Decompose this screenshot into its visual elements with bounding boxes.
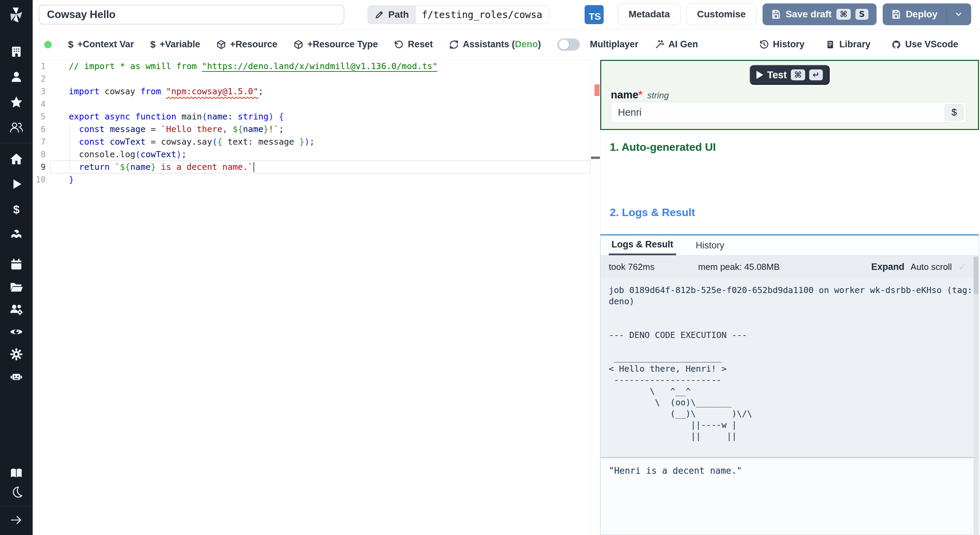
tab-history[interactable]: History	[693, 236, 727, 255]
ai-gen-button[interactable]: AI Gen	[655, 39, 698, 50]
add-resource-label: +Resource	[230, 39, 277, 50]
settings-gear-icon[interactable]	[5, 346, 27, 363]
code-line[interactable]: 8 console.log(cowText);	[33, 148, 590, 161]
line-number: 4	[33, 99, 50, 109]
audit-eye-icon[interactable]	[5, 324, 27, 340]
auto-scroll-checkmark-icon[interactable]: ✓	[958, 260, 967, 273]
save-draft-button[interactable]: Save draft ⌘ S	[762, 3, 877, 25]
save-icon	[891, 9, 901, 19]
add-variable-button[interactable]: $ +Variable	[150, 39, 200, 50]
code-token	[105, 137, 110, 146]
favorites-star-icon[interactable]	[5, 94, 27, 110]
code-text[interactable]: // import * as wmill from "https://deno.…	[50, 60, 590, 73]
windmill-logo[interactable]	[0, 0, 33, 30]
code-editor[interactable]: 1// import * as wmill from "https://deno…	[33, 60, 600, 535]
run-duration: took 762ms	[609, 262, 654, 272]
line-number: 1	[33, 62, 50, 71]
save-draft-label: Save draft	[786, 9, 832, 20]
use-vscode-button[interactable]: Use VScode	[891, 39, 958, 50]
insert-variable-button[interactable]: $	[945, 104, 964, 121]
workspace-icon[interactable]	[5, 43, 27, 60]
topbar-actions: Metadata Customise Save draft ⌘ S Deploy	[618, 3, 971, 25]
code-text[interactable]: import cowsay from "npm:cowsay@1.5.0";	[50, 85, 590, 98]
schedules-calendar-icon[interactable]	[5, 256, 27, 272]
code-text[interactable]: console.log(cowText);	[50, 148, 590, 161]
code-line[interactable]: 1// import * as wmill from "https://deno…	[33, 60, 590, 73]
groups-admin-icon[interactable]	[5, 301, 27, 317]
logs-scrollbar[interactable]	[974, 256, 978, 534]
multiplayer-label[interactable]: Multiplayer	[590, 39, 639, 50]
kbd-s: S	[856, 9, 868, 20]
error-marker	[595, 84, 600, 96]
code-text[interactable]: export async function main(name: string)…	[50, 110, 590, 123]
resources-cubes-icon[interactable]	[5, 226, 27, 243]
docs-book-icon[interactable]	[5, 465, 27, 482]
add-resource-type-button[interactable]: +Resource Type	[294, 39, 378, 50]
deploy-button[interactable]: Deploy	[883, 3, 971, 25]
code-line[interactable]: 7 const cowText = cowsay.say({ text: mes…	[33, 135, 590, 148]
code-text[interactable]: }	[50, 173, 590, 186]
expand-button[interactable]: Expand	[871, 262, 904, 272]
expand-sidebar-arrow-icon[interactable]	[5, 512, 27, 528]
code-line[interactable]: 9 return `${name} is a decent name.`	[33, 161, 590, 173]
code-line[interactable]: 5export async function main(name: string…	[33, 110, 590, 123]
tab-logs-result[interactable]: Logs & Result	[609, 236, 676, 255]
code-line[interactable]: 6 const message = `Hello there, ${name}!…	[33, 123, 590, 135]
auto-generated-ui-heading: 1. Auto-generated UI	[610, 141, 716, 153]
package-icon	[216, 40, 226, 49]
rotate-ccw-icon	[394, 40, 404, 49]
code-text[interactable]: const message = `Hello there, ${name}!`;	[50, 123, 590, 135]
name-input[interactable]	[611, 102, 966, 123]
typescript-badge[interactable]: TS	[585, 5, 604, 24]
multiplayer-toggle[interactable]	[557, 38, 580, 51]
history-button[interactable]: History	[759, 39, 804, 50]
code-token	[69, 137, 79, 146]
groups-icon[interactable]	[5, 119, 27, 135]
code-text[interactable]: const cowText = cowsay.say({ text: messa…	[50, 135, 590, 148]
code-token	[105, 124, 110, 134]
dark-mode-moon-icon[interactable]	[5, 484, 27, 501]
auto-scroll-label[interactable]: Auto scroll	[911, 262, 952, 272]
overview-ruler[interactable]	[590, 60, 600, 535]
home-icon[interactable]	[5, 151, 27, 167]
name-input-wrap: $	[611, 102, 966, 123]
metadata-button[interactable]: Metadata	[618, 3, 680, 25]
code-text[interactable]: return `${name} is a decent name.`	[50, 161, 590, 173]
code-token: = cowsay.say	[146, 137, 212, 146]
line-number: 6	[33, 124, 50, 134]
code-token: async	[105, 111, 130, 121]
add-resource-button[interactable]: +Resource	[216, 39, 277, 50]
code-line[interactable]: 10}	[33, 173, 590, 186]
runs-play-icon[interactable]	[5, 176, 27, 192]
path-edit-button[interactable]: Path	[368, 6, 416, 24]
chevron-down-icon[interactable]	[954, 10, 963, 19]
scrollbar-thumb[interactable]	[974, 256, 978, 294]
assistants-button[interactable]: Assistants (Deno)	[449, 39, 541, 50]
script-title-input[interactable]	[39, 5, 344, 24]
code-line[interactable]: 2	[33, 73, 590, 85]
library-button[interactable]: Library	[826, 39, 870, 50]
code-line[interactable]: 4	[33, 98, 590, 110]
customise-button[interactable]: Customise	[687, 3, 756, 25]
code-lines[interactable]: 1// import * as wmill from "https://deno…	[33, 60, 590, 186]
code-token: (	[135, 150, 140, 159]
code-text[interactable]	[50, 73, 590, 85]
code-token	[110, 162, 115, 172]
code-text[interactable]	[50, 98, 590, 110]
code-line[interactable]: 3import cowsay from "npm:cowsay@1.5.0";	[33, 85, 590, 98]
add-context-var-button[interactable]: $ +Context Var	[68, 39, 134, 50]
user-icon[interactable]	[5, 69, 27, 85]
reset-button[interactable]: Reset	[394, 39, 433, 50]
test-button[interactable]: Test ⌘ ↵	[749, 65, 830, 85]
path-value[interactable]: f/testing_roles/cowsa	[416, 6, 549, 24]
variables-dollar-icon[interactable]: $	[5, 201, 27, 218]
library-label: Library	[839, 39, 870, 50]
logs-result-heading: 2. Logs & Result	[610, 206, 695, 219]
code-token: const	[79, 124, 105, 134]
app-root: $	[0, 0, 980, 535]
code-token: cowsay	[99, 86, 140, 96]
code-token	[161, 86, 166, 96]
workers-robot-icon[interactable]	[5, 369, 27, 385]
folders-icon[interactable]	[5, 279, 27, 295]
line-number: 3	[33, 87, 50, 96]
